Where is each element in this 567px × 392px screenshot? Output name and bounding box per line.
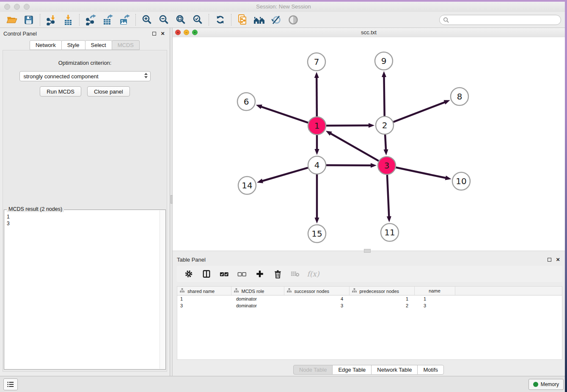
function-builder-icon[interactable]: f(x): [308, 269, 318, 279]
main-toolbar: [0, 12, 567, 28]
network-graph: 7968124314101511: [173, 37, 565, 251]
table-panel-title: Table Panel: [173, 257, 548, 263]
table-toolbar: f(x): [177, 266, 562, 282]
zoom-in-icon[interactable]: [138, 13, 155, 27]
cell-MCDS-role[interactable]: dominator: [231, 295, 284, 303]
table-settings-icon[interactable]: [184, 269, 193, 279]
node-table[interactable]: shared nameMCDS rolesuccessor nodesprede…: [177, 287, 562, 309]
graph-edge-3-1[interactable]: [330, 133, 378, 161]
horizontal-splitter[interactable]: [173, 251, 565, 254]
tab-select[interactable]: Select: [85, 40, 112, 50]
save-icon[interactable]: [20, 13, 37, 27]
search-input[interactable]: [451, 17, 561, 24]
tab-motifs[interactable]: Motifs: [417, 365, 444, 375]
export-table-icon[interactable]: [99, 13, 116, 27]
close-panel-button[interactable]: Close panel: [87, 86, 130, 97]
result-scrollbar[interactable]: [160, 210, 165, 369]
table-row[interactable]: 3dominator323: [177, 302, 562, 309]
cell-shared-name[interactable]: 1: [177, 295, 231, 303]
export-image-icon[interactable]: [116, 13, 133, 27]
unselect-all-icon[interactable]: [237, 269, 247, 279]
tab-edge-table[interactable]: Edge Table: [332, 365, 372, 375]
cell-predecessor-nodes[interactable]: 1: [349, 295, 414, 303]
toolbar-separator: [79, 14, 80, 26]
close-panel-icon[interactable]: ×: [556, 257, 560, 262]
refresh-icon[interactable]: [212, 13, 228, 27]
tab-network[interactable]: Network: [30, 40, 62, 50]
home-icon[interactable]: [251, 13, 268, 27]
graph-edge-3-10[interactable]: [396, 168, 447, 178]
graph-edge-1-6[interactable]: [260, 106, 308, 123]
graph-edge-arrow: [326, 131, 332, 136]
run-mcds-button[interactable]: Run MCDS: [40, 86, 81, 97]
network-canvas[interactable]: 7968124314101511: [173, 37, 565, 251]
graph-edge-4-3[interactable]: [326, 165, 372, 166]
column-type-icon: [352, 288, 357, 293]
cell-successor-nodes[interactable]: 4: [284, 295, 349, 303]
column-header-shared-name[interactable]: shared name: [177, 287, 231, 295]
hide-others-icon[interactable]: [268, 13, 285, 27]
network-document-icon[interactable]: [234, 13, 251, 27]
graph-edge-arrow: [371, 163, 377, 168]
tab-network-table[interactable]: Network Table: [371, 365, 418, 375]
graph-edge-1-2[interactable]: [326, 125, 370, 126]
optimization-select[interactable]: strongly connected component: [19, 71, 151, 81]
cell-name[interactable]: 3: [414, 302, 455, 309]
zoom-selected-icon[interactable]: [189, 13, 206, 27]
import-table-icon[interactable]: [60, 13, 77, 27]
import-network-icon[interactable]: [43, 13, 60, 27]
task-history-button[interactable]: [3, 378, 18, 390]
toolbar-search: [439, 15, 561, 25]
graph-edge-2-8[interactable]: [394, 102, 446, 122]
graph-edge-1-7[interactable]: [317, 77, 317, 116]
graph-edge-2-9[interactable]: [384, 76, 384, 116]
tab-style[interactable]: Style: [61, 40, 85, 50]
eye-icon[interactable]: [285, 13, 302, 27]
search-icon: [443, 17, 449, 23]
column-header-successor-nodes[interactable]: successor nodes: [284, 287, 349, 295]
float-panel-icon[interactable]: [152, 32, 156, 36]
graph-edge-3-11[interactable]: [387, 175, 389, 218]
graph-edge-arrow: [256, 105, 262, 109]
cell-name[interactable]: 1: [414, 295, 455, 303]
graph-edge-2-3[interactable]: [385, 135, 386, 151]
tab-mcds[interactable]: MCDS: [112, 40, 140, 50]
delete-rows-icon[interactable]: [273, 269, 282, 279]
vertical-splitter[interactable]: [170, 28, 173, 376]
show-columns-icon[interactable]: [202, 269, 211, 279]
graph-edge-4-14[interactable]: [261, 168, 308, 181]
zoom-out-icon[interactable]: [155, 13, 172, 27]
close-panel-icon[interactable]: ×: [161, 31, 165, 36]
graph-edge-arrow: [445, 176, 451, 180]
table-row[interactable]: 1dominator411: [177, 295, 562, 303]
optimization-value: strongly connected component: [24, 73, 99, 80]
mcds-result-text[interactable]: 1 3: [4, 211, 160, 369]
column-header-name[interactable]: name: [414, 287, 455, 295]
cell-shared-name[interactable]: 3: [177, 302, 231, 309]
cell-filler: [455, 302, 562, 309]
export-network-icon[interactable]: [82, 13, 99, 27]
cell-filler: [455, 295, 562, 303]
toolbar-separator: [135, 14, 136, 26]
graph-node-label: 10: [456, 176, 466, 186]
cell-successor-nodes[interactable]: 3: [284, 302, 349, 309]
zoom-fit-icon[interactable]: [172, 13, 189, 27]
column-header-predecessor-nodes[interactable]: predecessor nodes: [349, 287, 414, 295]
graph-node-label: 11: [384, 227, 395, 237]
delete-columns-icon[interactable]: [291, 269, 300, 279]
toolbar-separator: [209, 14, 209, 26]
memory-button[interactable]: Memory: [528, 379, 564, 390]
float-panel-icon[interactable]: [548, 258, 551, 262]
select-all-icon[interactable]: [220, 269, 229, 279]
column-header-MCDS-role[interactable]: MCDS role: [231, 287, 284, 295]
control-panel-tabs: NetworkStyleSelectMCDS: [0, 40, 170, 50]
tab-node-table[interactable]: Node Table: [293, 365, 333, 375]
graph-node-label: 15: [311, 229, 322, 239]
splitter-grip[interactable]: [364, 249, 371, 253]
cell-MCDS-role[interactable]: dominator: [231, 302, 284, 309]
open-folder-icon[interactable]: [3, 13, 20, 27]
add-row-icon[interactable]: [255, 269, 264, 279]
control-panel-title: Control Panel: [0, 30, 152, 37]
optimization-label: Optimization criterion:: [3, 60, 167, 66]
cell-predecessor-nodes[interactable]: 2: [349, 302, 414, 309]
